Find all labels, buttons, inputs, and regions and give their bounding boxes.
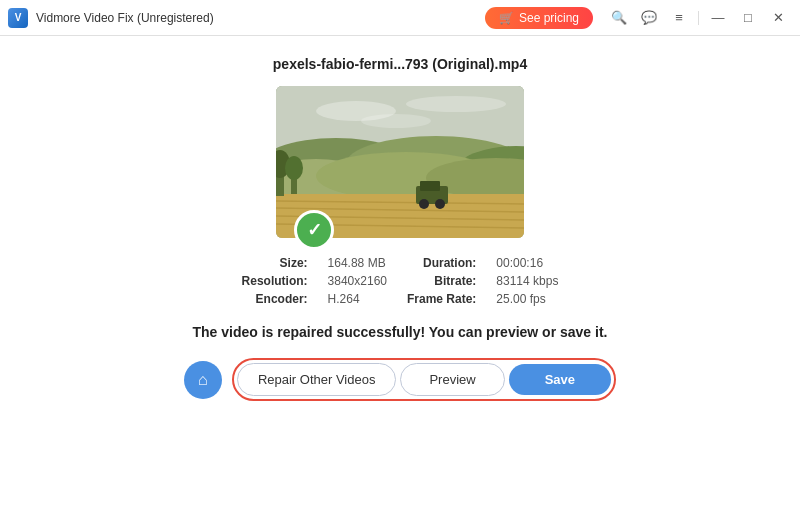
size-value: 164.88 MB [328,256,387,270]
video-filename: pexels-fabio-fermi...793 (Original).mp4 [273,56,527,72]
svg-point-15 [419,199,429,209]
duration-label: Duration: [407,256,476,270]
framerate-value: 25.00 fps [496,292,558,306]
menu-icon[interactable]: ≡ [665,7,693,29]
message-icon[interactable]: 💬 [635,7,663,29]
minimize-button[interactable]: — [704,7,732,29]
bitrate-label: Bitrate: [407,274,476,288]
save-button[interactable]: Save [509,364,611,395]
resolution-label: Resolution: [242,274,308,288]
title-bar-center: 🛒 See pricing [485,7,593,29]
main-content: pexels-fabio-fermi...793 (Original).mp4 [0,36,800,516]
encoder-value: H.264 [328,292,387,306]
app-title: Vidmore Video Fix (Unregistered) [36,11,214,25]
cart-icon: 🛒 [499,11,514,25]
duration-value: 00:00:16 [496,256,558,270]
svg-point-23 [361,114,431,128]
maximize-button[interactable]: □ [734,7,762,29]
app-logo: V [8,8,28,28]
title-bar-controls: 🔍 💬 ≡ — □ ✕ [605,7,792,29]
home-icon: ⌂ [198,371,208,389]
close-button[interactable]: ✕ [764,7,792,29]
framerate-label: Frame Rate: [407,292,476,306]
svg-point-22 [406,96,506,112]
encoder-label: Encoder: [242,292,308,306]
video-info: Size: 164.88 MB Duration: 00:00:16 Resol… [222,256,579,306]
preview-button[interactable]: Preview [400,363,504,396]
title-bar-left: V Vidmore Video Fix (Unregistered) [8,8,485,28]
action-buttons-group: Repair Other Videos Preview Save [232,358,616,401]
success-checkmark [294,210,334,250]
size-label: Size: [242,256,308,270]
action-bar: ⌂ Repair Other Videos Preview Save [0,358,800,401]
resolution-value: 3840x2160 [328,274,387,288]
svg-point-16 [435,199,445,209]
see-pricing-label: See pricing [519,11,579,25]
home-button[interactable]: ⌂ [184,361,222,399]
repair-other-button[interactable]: Repair Other Videos [237,363,397,396]
svg-point-20 [285,156,303,180]
search-icon[interactable]: 🔍 [605,7,633,29]
svg-rect-14 [420,181,440,191]
success-message: The video is repaired successfully! You … [193,324,608,340]
video-preview-container [276,86,524,238]
see-pricing-button[interactable]: 🛒 See pricing [485,7,593,29]
titlebar-separator [698,11,699,25]
bitrate-value: 83114 kbps [496,274,558,288]
title-bar: V Vidmore Video Fix (Unregistered) 🛒 See… [0,0,800,36]
